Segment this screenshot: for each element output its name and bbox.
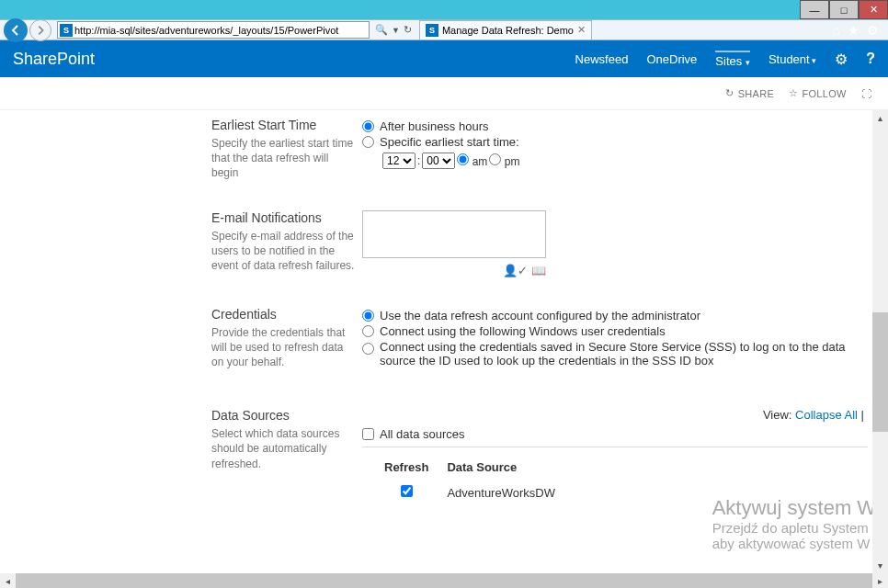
radio-pm[interactable]: pm (489, 153, 519, 168)
scroll-up-arrow-icon[interactable]: ▴ (872, 110, 888, 126)
form-content: Earliest Start Time Specify the earliest… (0, 110, 888, 573)
sharepoint-favicon-icon: S (60, 24, 73, 37)
nav-onedrive[interactable]: OneDrive (646, 52, 697, 66)
user-menu[interactable]: Student ▾ (768, 52, 816, 66)
scroll-down-arrow-icon[interactable]: ▾ (872, 558, 888, 573)
checkbox-all-data-sources[interactable]: All data sources (362, 427, 868, 447)
radio-specific-time[interactable]: Specific earliest start time: (362, 135, 888, 149)
caret-down-icon: ▾ (746, 58, 750, 67)
datasource-name: AdventureWorksDW (447, 483, 572, 502)
browser-address-bar: S http://mia-sql/sites/adventureworks/_l… (0, 19, 888, 40)
vertical-scrollbar[interactable]: ▴ ▾ (872, 110, 888, 573)
section-credentials-title: Credentials (211, 307, 359, 322)
page-action-bar: ↻ SHARE ☆ FOLLOW ⛶ (0, 77, 888, 110)
sharepoint-header: SharePoint Newsfeed OneDrive Sites ▾ Stu… (0, 40, 888, 77)
nav-sites[interactable]: Sites ▾ (715, 51, 750, 68)
section-earliest-desc: Specify the earliest start time that the… (211, 136, 359, 181)
sharepoint-brand[interactable]: SharePoint (13, 50, 95, 69)
scroll-right-arrow-icon[interactable]: ▸ (872, 576, 888, 586)
search-icon: 🔍 (375, 24, 388, 36)
tab-close-icon[interactable]: ✕ (577, 24, 586, 36)
datasources-table: Refresh Data Source AdventureWorksDW (382, 455, 574, 503)
nav-back-button[interactable] (4, 18, 28, 42)
radio-sss-credentials[interactable]: Connect using the credentials saved in S… (362, 340, 888, 368)
share-button[interactable]: ↻ SHARE (725, 87, 774, 99)
section-email-desc: Specify e-mail address of the users to b… (211, 229, 359, 274)
radio-input[interactable] (362, 136, 374, 148)
window-titlebar: — □ ✕ (0, 0, 888, 19)
browse-people-icon[interactable]: 📖 (531, 264, 546, 277)
section-credentials-desc: Provide the credentials that will be use… (211, 325, 359, 370)
horizontal-scroll-thumb[interactable] (16, 573, 872, 588)
arrow-left-icon (9, 24, 22, 37)
datasources-view-toggle: View: Collapse All | (362, 408, 868, 422)
follow-button[interactable]: ☆ FOLLOW (789, 87, 847, 99)
tab-title: Manage Data Refresh: Demo (442, 25, 574, 36)
radio-input[interactable] (362, 120, 374, 132)
window-close-button[interactable]: ✕ (859, 0, 888, 19)
radio-admin-account[interactable]: Use the data refresh account configured … (362, 309, 888, 322)
search-controls[interactable]: 🔍▼ ↻ (371, 24, 416, 36)
refresh-icon[interactable]: ↻ (404, 24, 412, 36)
focus-button[interactable]: ⛶ (861, 88, 871, 99)
dropdown-caret-icon: ▼ (392, 26, 400, 35)
minute-select[interactable]: 00 (422, 153, 455, 169)
email-notifications-input[interactable] (362, 210, 546, 258)
section-datasources-desc: Select which data sources should be auto… (211, 426, 359, 471)
home-icon[interactable]: ⌂ (833, 23, 840, 38)
window-maximize-button[interactable]: □ (829, 0, 859, 19)
vertical-scroll-thumb[interactable] (872, 312, 888, 432)
focus-icon: ⛶ (861, 88, 871, 99)
radio-am[interactable]: am (457, 153, 487, 168)
check-names-icon[interactable]: 👤✓ (503, 264, 528, 277)
col-refresh: Refresh (384, 457, 445, 481)
section-earliest-title: Earliest Start Time (211, 118, 359, 132)
nav-forward-button[interactable] (29, 19, 51, 41)
settings-gear-icon[interactable]: ⚙ (835, 51, 848, 68)
share-icon: ↻ (725, 87, 734, 99)
hour-select[interactable]: 12 (382, 153, 416, 169)
radio-windows-credentials[interactable]: Connect using the following Windows user… (362, 324, 888, 338)
favorites-icon[interactable]: ★ (848, 23, 860, 38)
horizontal-scrollbar[interactable]: ◂ ▸ (0, 573, 888, 588)
collapse-all-link[interactable]: Collapse All (795, 408, 858, 422)
star-icon: ☆ (789, 87, 798, 99)
nav-newsfeed[interactable]: Newsfeed (575, 52, 629, 66)
col-source: Data Source (447, 457, 572, 481)
url-input[interactable]: S http://mia-sql/sites/adventureworks/_l… (57, 21, 370, 39)
tools-icon[interactable]: ⚙ (867, 23, 879, 38)
radio-after-business-hours[interactable]: After business hours (362, 119, 888, 133)
browser-tab[interactable]: S Manage Data Refresh: Demo ✕ (419, 20, 592, 40)
sharepoint-favicon-icon: S (426, 24, 438, 37)
refresh-checkbox[interactable] (401, 485, 413, 497)
url-text: http://mia-sql/sites/adventureworks/_lay… (74, 25, 338, 36)
caret-down-icon: ▾ (810, 56, 817, 65)
table-row: AdventureWorksDW (384, 483, 572, 502)
help-icon[interactable]: ? (866, 51, 875, 67)
scroll-left-arrow-icon[interactable]: ◂ (0, 576, 16, 586)
arrow-right-icon (35, 25, 46, 36)
section-datasources-title: Data Sources (211, 408, 359, 423)
window-minimize-button[interactable]: — (800, 0, 829, 19)
section-email-title: E-mail Notifications (211, 210, 359, 225)
